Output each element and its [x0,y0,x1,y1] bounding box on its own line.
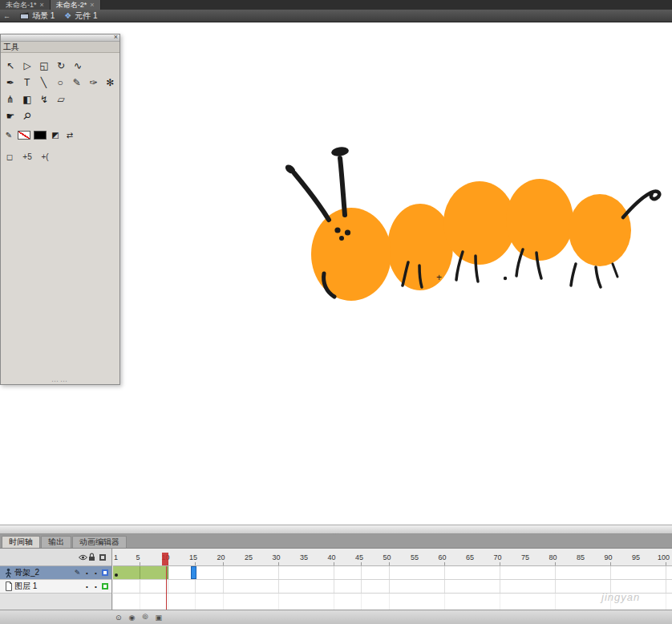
subselection-tool[interactable]: ▷ [19,58,35,73]
layer-lock-dot[interactable]: • [91,583,100,590]
layer-row-layer1[interactable]: 图层 1 • • [0,580,111,594]
caterpillar-body-segments[interactable] [311,179,631,301]
frame-ruler[interactable]: 1510152025303540455055606570758085909510… [113,549,672,566]
pose-span[interactable] [113,566,168,579]
layer-name: 图层 1 [14,581,72,592]
timeline-status-bar: ⊙◉⦾▣ [0,610,672,624]
frame-row-layer1[interactable] [113,580,672,594]
onion-skin-button[interactable]: ◉ [129,614,136,622]
paint-bucket-tool[interactable]: ◧ [19,91,35,107]
edit-bar: ← 场景 1 ❖ 元件 1 [0,10,672,22]
tools-panel-titlebar[interactable]: × [1,34,119,42]
ground-dot [504,277,507,280]
bone-tool[interactable]: ⋔ [2,91,18,107]
center-frame-button[interactable]: ⊙ [115,614,122,622]
tool-options: ◻+5+( [1,148,119,165]
ruler-number: 70 [494,553,502,561]
ruler-number: 5 [136,553,140,561]
tab-motion-editor[interactable]: 动画编辑器 [72,536,127,548]
text-tool[interactable]: T [19,75,35,90]
timeline-panel: 时间轴 输出 动画编辑器 骨架_2 [0,534,672,624]
straighten-mode-option[interactable]: +( [39,151,51,162]
ruler-ticks [113,562,672,565]
tools-panel-tab[interactable]: 工具 [1,42,119,53]
color-controls: ✎ ◩ ⇄ [1,128,119,143]
lasso-tool[interactable]: ∿ [70,58,86,73]
selected-frame[interactable] [191,566,196,579]
3d-rotation-tool[interactable]: ↻ [53,58,69,73]
tools-panel-resize-grip[interactable]: ⋯⋯ [1,378,119,384]
antenna-right-tip [330,146,349,157]
breadcrumb-scene[interactable]: 场景 1 [20,10,55,22]
back-button[interactable]: ← [3,12,10,20]
frame-row-armature[interactable] [113,566,672,580]
line-tool[interactable]: ╲ [35,75,51,90]
close-document-2-icon[interactable]: × [90,2,94,9]
pen-tool[interactable]: ✒ [2,75,18,90]
outline-column-icon[interactable] [96,554,108,561]
eyedropper-tool[interactable]: ↯ [36,91,52,107]
symbol-icon: ❖ [64,11,71,20]
tab-timeline[interactable]: 时间轴 [2,536,40,548]
layer-lock-dot[interactable]: • [91,569,100,577]
object-drawing-toggle[interactable]: ◻ [4,151,15,162]
tab-document-2[interactable]: 未命名-2* × [51,0,101,10]
fill-color-swatch[interactable] [34,131,47,140]
layer-visibility-dot[interactable]: • [83,569,91,577]
ruler-number: 25 [245,553,253,561]
document-tab-bar: 未命名-1* × 未命名-2* × [0,0,672,10]
timeline-tab-bar: 时间轴 输出 动画编辑器 [0,534,672,549]
ruler-number: 20 [217,553,225,561]
nose-dot [339,236,344,241]
stroke-color-icon[interactable]: ✎ [3,130,14,140]
close-document-1-icon[interactable]: × [40,2,44,9]
edit-multiple-frames-button[interactable]: ▣ [156,614,163,622]
default-colors-button[interactable]: ◩ [50,130,61,140]
scene-label: 场景 1 [32,10,55,22]
frames-rest-area[interactable] [113,594,672,610]
tools-panel-close-icon[interactable]: × [114,33,118,42]
ruler-number: 95 [632,553,640,561]
zoom-tool[interactable]: ⚲ [16,105,38,128]
ruler-number: 15 [189,553,197,561]
deco-tool[interactable]: ✻ [102,75,118,90]
flash-application-window: + jingyan 未命名-1* × 未命名-2* × ← 场景 1 ❖ 元件 … [0,0,672,624]
tools-grid: ↖▷◱↻∿✒T╲○✎✑✻⋔◧↯▱☛⚲ [1,53,119,124]
watermark-text: jingyan [601,591,640,603]
stroke-color-swatch[interactable] [18,131,30,140]
layer-outline-color[interactable] [102,583,108,590]
ruler-number: 30 [273,553,281,561]
free-transform-tool[interactable]: ◱ [36,58,52,73]
ruler-number: 1 [114,553,118,561]
layer-visibility-dot[interactable]: • [83,583,91,590]
eye-right [345,229,350,235]
stage-horizontal-scrollbar[interactable]: ⋯ [0,525,672,534]
eraser-tool[interactable]: ▱ [53,91,69,107]
brush-tool[interactable]: ✑ [86,75,102,90]
antenna-right [340,158,345,215]
ruler-number: 80 [549,553,557,561]
lock-column-icon[interactable] [87,553,96,561]
playhead-line[interactable] [166,566,168,610]
swap-colors-button[interactable]: ⇄ [64,130,75,140]
show-hide-column-icon[interactable] [79,554,87,561]
selection-tool[interactable]: ↖ [2,58,18,73]
playhead-marker[interactable] [162,553,168,565]
layer-name: 骨架_2 [14,567,72,578]
breadcrumb-symbol[interactable]: ❖ 元件 1 [64,10,97,22]
smooth-mode-option[interactable]: +5 [22,151,33,162]
layer-header [0,549,111,566]
normal-layer-icon [2,581,14,591]
layer-outline-color[interactable] [102,569,108,576]
tab-output[interactable]: 输出 [41,536,71,548]
tools-panel: × 工具 ↖▷◱↻∿✒T╲○✎✑✻⋔◧↯▱☛⚲ ✎ ◩ ⇄ ◻+5+( ⋯⋯ [0,34,120,385]
active-layer-pencil-icon: ✎ [72,569,83,577]
tab-document-1[interactable]: 未命名-1* × [0,0,51,10]
ruler-number: 60 [439,553,447,561]
onion-skin-outlines-button[interactable]: ⦾ [142,613,148,622]
oval-tool[interactable]: ○ [52,75,68,90]
tail-curl [623,192,659,217]
layer-row-armature[interactable]: 骨架_2 ✎ • • [0,566,111,580]
antenna-left [294,173,329,220]
pencil-tool[interactable]: ✎ [69,75,85,90]
